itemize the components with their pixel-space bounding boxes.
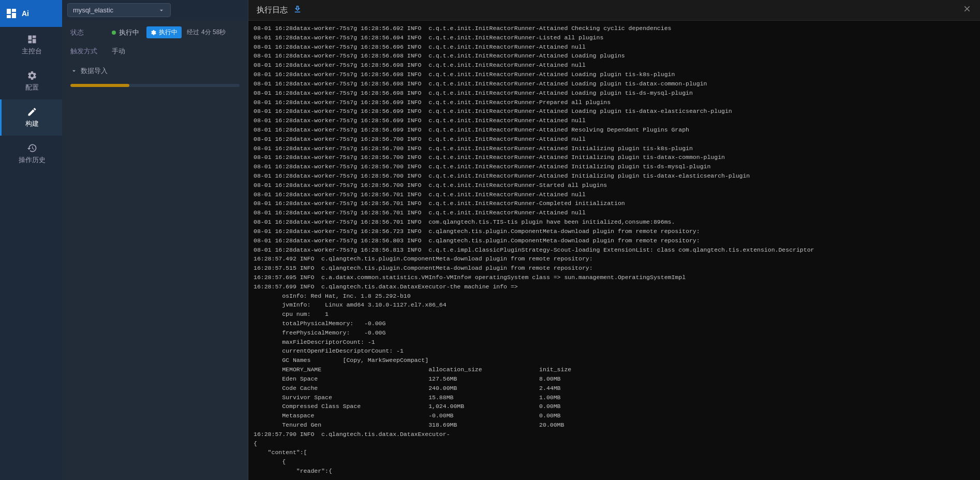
progress-bar-inner bbox=[70, 84, 129, 87]
task-dropdown-value: mysql_elastic bbox=[73, 6, 113, 14]
sidebar-item-history-label: 操作历史 bbox=[19, 155, 46, 165]
status-row: 状态 执行中 执行中 经过4分 58秒 bbox=[70, 26, 240, 38]
trigger-label: 触发方式 bbox=[70, 47, 112, 56]
dropdown-bar: mysql_elastic bbox=[62, 0, 248, 20]
dashboard-icon bbox=[27, 34, 37, 45]
log-panel: 执行日志 08-01 16:28datax-worker-75s7g 16:28… bbox=[248, 0, 980, 480]
sidebar-item-config[interactable]: 配置 bbox=[0, 63, 62, 99]
trigger-row: 触发方式 手动 bbox=[70, 47, 240, 56]
sidebar-header[interactable]: Ai bbox=[0, 0, 62, 27]
main-left-panel: mysql_elastic 状态 执行中 执行中 经过4分 58秒 触发方式 手… bbox=[62, 0, 248, 480]
content-section: 状态 执行中 执行中 经过4分 58秒 触发方式 手动 数据导入 bbox=[62, 20, 248, 480]
tree-item-data-import[interactable]: 数据导入 bbox=[70, 64, 240, 78]
sidebar-nav: 主控台 配置 构建 操作历史 bbox=[0, 27, 62, 480]
log-title: 执行日志 bbox=[257, 5, 288, 15]
history-icon bbox=[27, 143, 37, 153]
sidebar-item-build[interactable]: 构建 bbox=[0, 99, 62, 136]
status-action-button[interactable]: 执行中 bbox=[146, 26, 182, 38]
status-badge: 执行中 执行中 经过4分 58秒 bbox=[112, 26, 226, 38]
trigger-value: 手动 bbox=[112, 47, 125, 56]
sidebar-item-dashboard[interactable]: 主控台 bbox=[0, 27, 62, 63]
close-icon bbox=[962, 4, 972, 13]
gear-icon bbox=[151, 30, 157, 36]
progress-bar bbox=[70, 84, 240, 87]
task-dropdown[interactable]: mysql_elastic bbox=[67, 3, 171, 17]
sidebar: Ai 主控台 配置 构建 操作历史 bbox=[0, 0, 62, 480]
time-elapsed: 经过4分 58秒 bbox=[187, 28, 226, 37]
status-action-label: 执行中 bbox=[159, 28, 177, 37]
chevron-down-icon bbox=[158, 7, 165, 14]
download-icon bbox=[293, 5, 302, 14]
log-close-button[interactable] bbox=[962, 4, 972, 16]
chevron-down-tree-icon bbox=[70, 67, 78, 75]
settings-icon bbox=[27, 70, 37, 81]
build-icon bbox=[27, 107, 37, 117]
app-logo-icon bbox=[5, 7, 18, 20]
log-body[interactable]: 08-01 16:28datax-worker-75s7g 16:28:56.6… bbox=[248, 21, 980, 480]
status-text: 执行中 bbox=[119, 28, 139, 37]
status-dot-running bbox=[112, 31, 116, 35]
tree-section: 数据导入 bbox=[70, 64, 240, 78]
sidebar-item-dashboard-label: 主控台 bbox=[22, 47, 42, 56]
sidebar-header-title: Ai bbox=[22, 9, 29, 18]
log-download-button[interactable] bbox=[293, 5, 302, 16]
sidebar-item-build-label: 构建 bbox=[25, 119, 39, 128]
status-label: 状态 bbox=[70, 28, 112, 37]
tree-item-label: 数据导入 bbox=[81, 66, 108, 76]
sidebar-item-config-label: 配置 bbox=[25, 83, 39, 92]
log-header: 执行日志 bbox=[248, 0, 980, 21]
sidebar-item-history[interactable]: 操作历史 bbox=[0, 136, 62, 172]
